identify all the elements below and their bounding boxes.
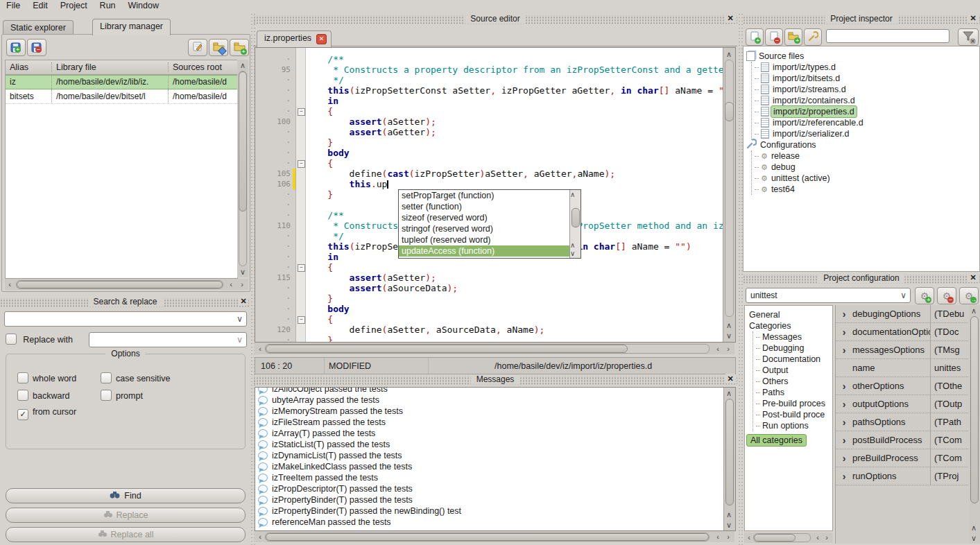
tree-item-import-iz-referencable-d[interactable]: import/iz/referencable.d <box>752 117 979 128</box>
menu-item-project[interactable]: Project <box>54 0 94 11</box>
tree-item-release[interactable]: ⚙release <box>752 150 979 162</box>
checkbox-case-sensitive[interactable]: case sensitive <box>101 372 171 383</box>
fold-collapse-icon[interactable]: − <box>298 108 305 116</box>
inspector-settings-button[interactable] <box>804 28 822 46</box>
fold-collapse-icon[interactable]: − <box>298 316 305 324</box>
replace-with-checkbox[interactable]: Replace with <box>6 334 73 345</box>
menu-item-window[interactable]: Window <box>122 0 165 11</box>
category-paths[interactable]: Paths <box>753 387 832 398</box>
code-line[interactable]: assert(aSetter); <box>306 272 723 283</box>
message-item[interactable]: izArray(T) passed the tests <box>255 428 723 439</box>
table-row[interactable]: iz/home/basile/dev/iz/lib/iz./home/basil… <box>6 75 237 89</box>
column-header-alias[interactable]: Alias <box>6 62 51 72</box>
fold-collapse-icon[interactable]: − <box>298 264 305 272</box>
code-line[interactable]: assert(aSourceData); <box>306 283 723 293</box>
code-line[interactable]: { <box>306 158 723 168</box>
completion-item[interactable]: sizeof (reserved word) <box>399 212 569 223</box>
checkbox-box[interactable] <box>101 390 112 401</box>
code-line[interactable]: body <box>306 304 723 314</box>
checkbox-box[interactable] <box>101 372 112 383</box>
category-others[interactable]: Others <box>753 376 832 387</box>
tree-root-configurations[interactable]: Configurations <box>743 139 979 150</box>
property-row[interactable]: ›pathsOptions(TPath <box>836 413 970 431</box>
expander-icon[interactable]: › <box>836 309 852 320</box>
library-add-folder-button[interactable]: + <box>230 39 249 56</box>
expander-icon[interactable]: › <box>836 345 852 356</box>
config-close-icon[interactable]: ✕ <box>968 272 978 282</box>
code-line[interactable]: } <box>306 137 723 148</box>
editor-fold-margin[interactable]: −−−− <box>296 48 306 342</box>
tree-item-test64[interactable]: ⚙test64 <box>752 184 979 195</box>
editor-hscrollbar[interactable]: ‹ ‹ › <box>255 343 734 354</box>
checkbox-backward[interactable]: backward <box>17 390 70 401</box>
library-table-hscrollbar[interactable]: ‹ ‹ › <box>5 279 248 290</box>
table-row[interactable]: bitsets/home/basile/dev/bitset/l/home/ba… <box>6 89 237 104</box>
category-general[interactable]: General <box>745 309 832 320</box>
property-row[interactable]: ›runOptions(TProj <box>836 467 970 485</box>
messages-list[interactable]: izAllocObject passed the testsubyteArray… <box>255 387 723 528</box>
completion-item[interactable]: updateAccess (function) <box>399 245 569 257</box>
column-header-sources-root[interactable]: Sources root <box>168 62 238 72</box>
code-line[interactable]: */ <box>306 75 723 85</box>
chevron-down-icon[interactable]: ∨ <box>900 288 906 302</box>
inspector-add-folder-button[interactable]: + <box>784 28 802 46</box>
code-line[interactable]: define(aSetter, aSourceData, aName); <box>306 325 723 335</box>
message-item[interactable]: izPropertyBinder(T) passed the tests <box>255 494 723 505</box>
completion-scrollbar[interactable]: ∧ ∧ ∨ <box>569 190 581 258</box>
property-row[interactable]: ›preBuildProcess(TCom <box>836 449 970 467</box>
checkbox-box[interactable]: ✓ <box>17 409 28 420</box>
tree-item-import-iz-bitsets-d[interactable]: import/iz/bitsets.d <box>752 73 979 84</box>
editor-close-icon[interactable]: ✕ <box>725 13 735 23</box>
tree-item-import-iz-serializer-d[interactable]: import/iz/serializer.d <box>752 128 979 139</box>
code-line[interactable]: body <box>306 148 723 158</box>
replace-input[interactable]: ∨ <box>89 332 247 347</box>
category-categories[interactable]: Categories <box>745 320 832 331</box>
find-button[interactable]: Find <box>6 488 246 503</box>
code-line[interactable]: { <box>306 106 723 116</box>
code-line[interactable]: * Constructs a property descriptor from … <box>306 64 723 75</box>
tree-item-import-iz-properties-d[interactable]: import/iz/properties.d <box>752 106 979 117</box>
code-line[interactable]: { <box>306 262 723 272</box>
config-tree-hscrollbar[interactable]: ‹ ‹ › <box>744 533 833 543</box>
category-debugging[interactable]: Debugging <box>753 343 832 354</box>
tab-library-manager[interactable]: Library manager <box>92 19 171 35</box>
splitter-right[interactable] <box>738 12 743 545</box>
category-documentation[interactable]: Documentation <box>753 354 832 365</box>
message-item[interactable]: izStaticList(T) passed the tests <box>255 439 723 450</box>
expander-icon[interactable]: › <box>836 453 852 464</box>
expander-icon[interactable]: › <box>836 435 852 446</box>
message-item[interactable]: izMemoryStream passed the tests <box>255 406 723 417</box>
property-row[interactable]: ›documentationOptions(TDoc <box>836 323 970 341</box>
category-messages[interactable]: Messages <box>753 331 832 343</box>
menu-item-run[interactable]: Run <box>94 0 122 11</box>
message-item[interactable]: izFileStream passed the tests <box>255 417 723 428</box>
search-input[interactable]: ∨ <box>4 311 247 327</box>
checkbox-whole-word[interactable]: whole word <box>17 372 76 383</box>
inspector-close-icon[interactable]: ✕ <box>968 13 978 23</box>
property-row[interactable]: ›otherOptions(TOthe <box>836 377 970 395</box>
library-add-button[interactable]: + <box>6 39 26 56</box>
completion-item[interactable]: stringof (reserved word) <box>399 223 569 234</box>
completion-list[interactable]: setPropTarget (function)setter (function… <box>399 190 569 258</box>
editor-vscrollbar[interactable]: ∧ ∧ ∨ <box>723 48 735 342</box>
menu-item-file[interactable]: File <box>0 0 26 11</box>
code-line[interactable]: assert(aSetter); <box>306 116 723 127</box>
property-row[interactable]: ›outputOptions(TOutp <box>836 395 970 413</box>
tree-item-import-iz-streams-d[interactable]: import/iz/streams.d <box>752 84 979 95</box>
message-item[interactable]: referenceMan passed the tests <box>255 517 723 528</box>
expander-icon[interactable]: › <box>836 399 852 410</box>
library-table-vscrollbar[interactable]: ∧ ∨ <box>237 60 248 277</box>
expander-icon[interactable]: › <box>836 471 852 482</box>
message-item[interactable]: izAllocObject passed the tests <box>255 387 723 395</box>
message-item[interactable]: izTreeItem passed the tests <box>255 472 723 483</box>
menu-item-edit[interactable]: Edit <box>26 0 54 11</box>
property-row[interactable]: nameunittes <box>836 359 970 377</box>
config-add-button[interactable]: ⚙+ <box>915 287 934 304</box>
inspector-add-file-button[interactable]: + <box>746 28 764 46</box>
message-item[interactable]: izPropertyBinder(T) passed the newBindin… <box>255 505 723 517</box>
config-grid-vscrollbar[interactable]: ∧ ∧ ∨ <box>969 305 980 544</box>
tree-root-source-files[interactable]: Source files <box>743 51 979 62</box>
inspector-remove-file-button[interactable]: − <box>765 28 783 46</box>
checkbox-box[interactable] <box>17 372 28 383</box>
editor-tab[interactable]: iz.properties ✕ <box>257 31 332 47</box>
